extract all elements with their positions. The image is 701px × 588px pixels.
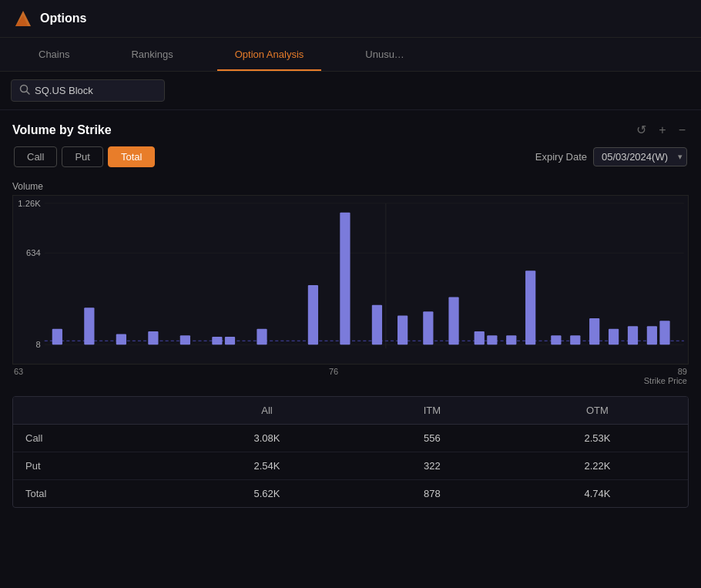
svg-rect-30 (551, 335, 561, 344)
expiry-wrap[interactable]: 05/03/2024(W) ▾ (593, 147, 687, 166)
col-header-otm: OTM (507, 397, 688, 425)
row-put-all: 2.54K (176, 452, 357, 480)
row-call-otm: 2.53K (507, 425, 688, 452)
svg-rect-25 (448, 297, 458, 345)
section-header: Volume by Strike ↺ + − (12, 121, 689, 139)
table-row-put: Put 2.54K 322 2.22K (13, 452, 688, 480)
chart-svg: 1.26K 634 8 (13, 196, 688, 364)
row-total-otm: 4.74K (507, 480, 688, 508)
chart-footer: 63 76 89 Strike Price (12, 365, 689, 385)
tab-bar: Chains Rankings Option Analysis Unusu… (0, 38, 701, 72)
svg-rect-22 (372, 305, 382, 344)
svg-rect-33 (609, 329, 619, 345)
search-input-wrap[interactable] (11, 79, 165, 102)
svg-rect-13 (84, 307, 94, 344)
row-put-otm: 2.22K (507, 452, 688, 480)
svg-rect-29 (525, 270, 535, 344)
svg-text:8: 8 (35, 340, 40, 349)
table-row-total: Total 5.62K 878 4.74K (13, 480, 688, 508)
svg-rect-20 (308, 285, 318, 344)
zoom-in-button[interactable]: + (656, 122, 669, 139)
col-header-all: All (176, 397, 357, 425)
strike-price-label: Strike Price (644, 376, 687, 385)
svg-rect-28 (506, 335, 516, 344)
svg-rect-36 (659, 321, 669, 344)
row-label-call: Call (13, 425, 176, 452)
x-label-start: 63 (14, 367, 23, 385)
tab-unusual[interactable]: Unusu… (334, 38, 435, 71)
call-filter-button[interactable]: Call (14, 146, 57, 167)
row-call-all: 3.08K (176, 425, 357, 452)
svg-rect-15 (148, 331, 158, 344)
svg-text:634: 634 (26, 248, 41, 257)
search-bar (0, 72, 701, 110)
svg-rect-14 (116, 334, 126, 345)
row-total-itm: 878 (357, 480, 507, 508)
svg-rect-19 (257, 329, 267, 345)
total-filter-button[interactable]: Total (108, 146, 155, 167)
row-put-itm: 322 (357, 452, 507, 480)
app-header: Options (0, 0, 701, 38)
chart-area: Volume 1.26K 634 8 63 76 89 Strike Price (0, 181, 701, 385)
chart-ylabel: Volume (12, 181, 689, 192)
row-label-put: Put (13, 452, 176, 480)
svg-rect-24 (423, 311, 433, 344)
search-input[interactable] (35, 85, 156, 96)
expiry-select[interactable]: 05/03/2024(W) (593, 147, 687, 166)
tab-rankings[interactable]: Rankings (100, 38, 203, 71)
svg-rect-17 (212, 337, 222, 344)
svg-rect-12 (52, 329, 62, 345)
svg-rect-31 (570, 335, 580, 344)
expiry-label: Expiry Date (535, 151, 587, 163)
filter-btn-group: Call Put Total (14, 146, 155, 167)
volume-section: Volume by Strike ↺ + − Call Put Total Ex… (0, 110, 701, 181)
x-label-mid: 76 (329, 367, 338, 385)
tab-option-analysis[interactable]: Option Analysis (204, 38, 335, 71)
tab-chains[interactable]: Chains (8, 38, 100, 71)
row-label-total: Total (13, 480, 176, 508)
svg-rect-23 (397, 316, 408, 345)
undo-button[interactable]: ↺ (633, 121, 649, 139)
x-label-end: 89 (678, 367, 687, 376)
app-title: Options (40, 12, 86, 25)
svg-rect-27 (487, 335, 497, 344)
chart-container: 1.26K 634 8 (12, 195, 689, 365)
zoom-out-button[interactable]: − (676, 122, 689, 139)
table-row-call: Call 3.08K 556 2.53K (13, 425, 688, 452)
svg-line-3 (27, 92, 30, 95)
section-title: Volume by Strike (12, 123, 112, 137)
svg-rect-26 (475, 331, 485, 344)
expiry-row: Expiry Date 05/03/2024(W) ▾ (535, 147, 687, 166)
data-table: All ITM OTM Call 3.08K 556 2.53K Put 2.5… (12, 396, 689, 508)
search-icon (19, 84, 30, 97)
svg-rect-35 (647, 326, 657, 344)
col-header-itm: ITM (357, 397, 507, 425)
col-header-empty (13, 397, 176, 425)
svg-rect-34 (628, 326, 638, 344)
svg-rect-18 (225, 337, 235, 344)
svg-text:1.26K: 1.26K (18, 199, 41, 208)
svg-rect-32 (589, 318, 599, 344)
app-logo (12, 8, 34, 29)
row-call-itm: 556 (357, 425, 507, 452)
svg-rect-16 (180, 335, 190, 344)
row-total-all: 5.62K (176, 480, 357, 508)
filter-row: Call Put Total Expiry Date 05/03/2024(W)… (12, 146, 689, 167)
section-controls: ↺ + − (633, 121, 689, 139)
svg-rect-21 (340, 213, 350, 344)
put-filter-button[interactable]: Put (62, 146, 103, 167)
